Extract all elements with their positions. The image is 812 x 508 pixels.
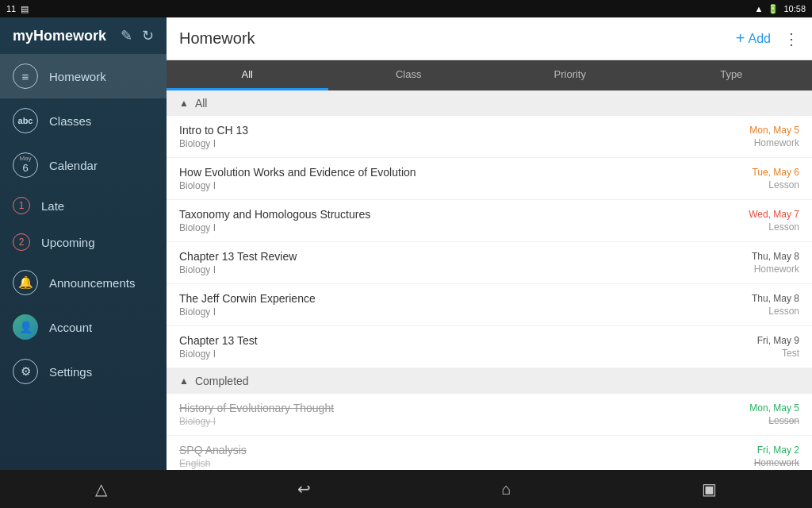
sidebar-item-calendar[interactable]: May 6 Calendar bbox=[0, 143, 167, 187]
upcoming-badge: 2 bbox=[13, 233, 30, 251]
hw-type: Lesson bbox=[768, 306, 799, 317]
list-item[interactable]: Taxonomy and Homologous Structures Biolo… bbox=[167, 200, 812, 242]
hw-type: Lesson bbox=[768, 179, 799, 190]
section-header-all[interactable]: ▲ All bbox=[167, 90, 812, 116]
sidebar-item-upcoming[interactable]: 2 Upcoming bbox=[0, 224, 167, 260]
hw-meta: Thu, May 8 Homework bbox=[752, 251, 799, 275]
app-title-homework: Homework bbox=[33, 28, 106, 44]
sidebar-header: myHomework ✎ ↻ bbox=[0, 17, 167, 54]
add-button[interactable]: + Add bbox=[736, 29, 771, 48]
hw-details: Chapter 13 Test Biology I bbox=[179, 334, 258, 360]
hw-details: Chapter 13 Test Review Biology I bbox=[179, 250, 297, 275]
hw-type: Lesson bbox=[768, 221, 799, 233]
hw-date: Tue, May 6 bbox=[752, 167, 799, 178]
hw-type: Homework bbox=[754, 457, 799, 468]
section-label-all: All bbox=[195, 97, 208, 110]
hw-title: Intro to CH 13 bbox=[179, 124, 248, 137]
homework-list: ▲ All Intro to CH 13 Biology I Mon, May … bbox=[167, 90, 812, 470]
list-item[interactable]: Intro to CH 13 Biology I Mon, May 5 Home… bbox=[167, 116, 812, 158]
settings-label: Settings bbox=[49, 365, 92, 379]
sidebar-item-late[interactable]: 1 Late bbox=[0, 187, 167, 224]
hw-date: Mon, May 5 bbox=[749, 125, 799, 136]
hw-details: History of Evolutionary Thought Biology … bbox=[179, 402, 334, 427]
upcoming-label: Upcoming bbox=[41, 236, 95, 249]
hw-title: Chapter 13 Test Review bbox=[179, 250, 297, 263]
sidebar-item-classes[interactable]: abc Classes bbox=[0, 98, 167, 143]
bottom-bar: △ ↩ ⌂ ▣ bbox=[0, 470, 812, 508]
settings-icon: ⚙ bbox=[13, 359, 38, 384]
more-button[interactable]: ⋮ bbox=[783, 29, 799, 48]
classes-icon: abc bbox=[13, 108, 38, 133]
hw-type: Homework bbox=[754, 137, 799, 148]
tab-type[interactable]: Type bbox=[651, 60, 813, 90]
hw-class: Biology I bbox=[179, 416, 334, 427]
edit-icon[interactable]: ✎ bbox=[121, 27, 132, 44]
home-button[interactable]: ⌂ bbox=[502, 480, 511, 498]
status-bar-right: ▲ 🔋 10:58 bbox=[755, 4, 806, 14]
hw-meta: Fri, May 2 Homework bbox=[754, 444, 799, 468]
hw-details: Taxonomy and Homologous Structures Biolo… bbox=[179, 208, 370, 233]
back-arrow-icon[interactable]: △ bbox=[95, 479, 107, 498]
main-layout: myHomework ✎ ↻ ≡ Homework abc Classes Ma… bbox=[0, 17, 812, 470]
hw-date: Thu, May 8 bbox=[752, 293, 799, 304]
hw-details: How Evolution Works and Evidence of Evol… bbox=[179, 166, 416, 191]
list-item[interactable]: SPQ Analysis English Fri, May 2 Homework bbox=[167, 436, 812, 470]
hw-meta: Fri, May 9 Test bbox=[757, 335, 799, 359]
sidebar-item-settings[interactable]: ⚙ Settings bbox=[0, 349, 167, 394]
homework-label: Homework bbox=[49, 70, 106, 83]
hw-meta: Mon, May 5 Lesson bbox=[749, 402, 799, 426]
announcements-label: Announcements bbox=[49, 276, 135, 290]
list-item[interactable]: Chapter 13 Test Biology I Fri, May 9 Tes… bbox=[167, 326, 812, 368]
battery-icon: 🔋 bbox=[768, 4, 779, 14]
add-label: Add bbox=[749, 32, 771, 46]
section-header-completed[interactable]: ▲ Completed bbox=[167, 368, 812, 394]
announcements-icon: 🔔 bbox=[13, 270, 38, 295]
hw-type: Homework bbox=[754, 264, 799, 275]
list-item[interactable]: The Jeff Corwin Experience Biology I Thu… bbox=[167, 284, 812, 326]
chevron-up-icon: ▲ bbox=[179, 375, 189, 387]
tab-class[interactable]: Class bbox=[328, 60, 490, 90]
app-title: myHomework bbox=[13, 28, 106, 44]
hw-title: SPQ Analysis bbox=[179, 444, 247, 456]
hw-class: Biology I bbox=[179, 348, 258, 360]
tab-priority[interactable]: Priority bbox=[489, 60, 651, 90]
header-actions: + Add ⋮ bbox=[736, 29, 799, 48]
hw-meta: Tue, May 6 Lesson bbox=[752, 167, 799, 190]
sidebar-item-announcements[interactable]: 🔔 Announcements bbox=[0, 260, 167, 305]
hw-meta: Wed, May 7 Lesson bbox=[749, 209, 799, 233]
chevron-up-icon: ▲ bbox=[179, 98, 189, 109]
status-bar-left: 11 ▤ bbox=[6, 4, 29, 14]
hw-date: Mon, May 5 bbox=[749, 402, 799, 414]
content-header: Homework + Add ⋮ bbox=[167, 17, 812, 60]
tab-all[interactable]: All bbox=[167, 60, 328, 90]
hw-details: SPQ Analysis English bbox=[179, 444, 247, 469]
hw-class: Biology I bbox=[179, 306, 316, 318]
hw-date: Fri, May 2 bbox=[757, 444, 799, 456]
sidebar-item-account[interactable]: 👤 Account bbox=[0, 305, 167, 349]
filter-tabs: All Class Priority Type bbox=[167, 60, 812, 90]
hw-type: Lesson bbox=[768, 415, 799, 426]
hw-details: Intro to CH 13 Biology I bbox=[179, 124, 248, 149]
avatar: 👤 bbox=[13, 314, 38, 340]
wifi-icon: ▲ bbox=[755, 4, 764, 13]
refresh-icon[interactable]: ↻ bbox=[142, 27, 154, 44]
status-icon: ▤ bbox=[21, 4, 29, 14]
calendar-icon: May 6 bbox=[13, 152, 38, 178]
hw-title: Taxonomy and Homologous Structures bbox=[179, 208, 370, 221]
app-title-my: my bbox=[13, 28, 33, 44]
back-button[interactable]: ↩ bbox=[297, 479, 311, 498]
late-badge: 1 bbox=[13, 197, 30, 214]
recent-apps-button[interactable]: ▣ bbox=[702, 479, 717, 498]
hw-date: Thu, May 8 bbox=[752, 251, 799, 262]
page-title: Homework bbox=[179, 29, 255, 48]
list-item[interactable]: History of Evolutionary Thought Biology … bbox=[167, 394, 812, 436]
sidebar-nav: ≡ Homework abc Classes May 6 Calendar 1 … bbox=[0, 54, 167, 470]
sidebar: myHomework ✎ ↻ ≡ Homework abc Classes Ma… bbox=[0, 17, 167, 470]
section-label-completed: Completed bbox=[195, 375, 249, 387]
sidebar-item-homework[interactable]: ≡ Homework bbox=[0, 54, 167, 98]
list-item[interactable]: How Evolution Works and Evidence of Evol… bbox=[167, 158, 812, 200]
list-item[interactable]: Chapter 13 Test Review Biology I Thu, Ma… bbox=[167, 242, 812, 284]
sidebar-icons: ✎ ↻ bbox=[121, 27, 154, 44]
hw-date: Wed, May 7 bbox=[749, 209, 799, 220]
hw-class: Biology I bbox=[179, 264, 297, 275]
